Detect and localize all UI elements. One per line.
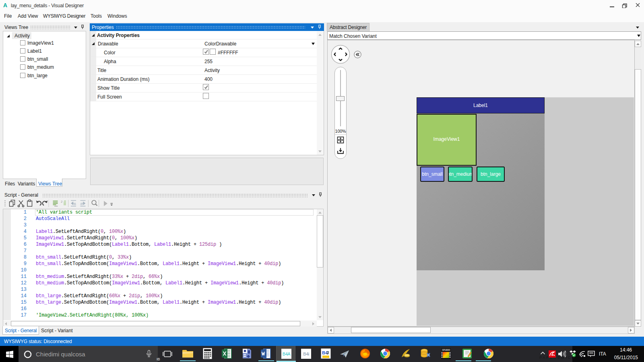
svg-text:STUDIO: STUDIO — [442, 349, 450, 351]
svg-text:J: J — [326, 350, 329, 355]
svg-text:2: 2 — [61, 200, 63, 204]
